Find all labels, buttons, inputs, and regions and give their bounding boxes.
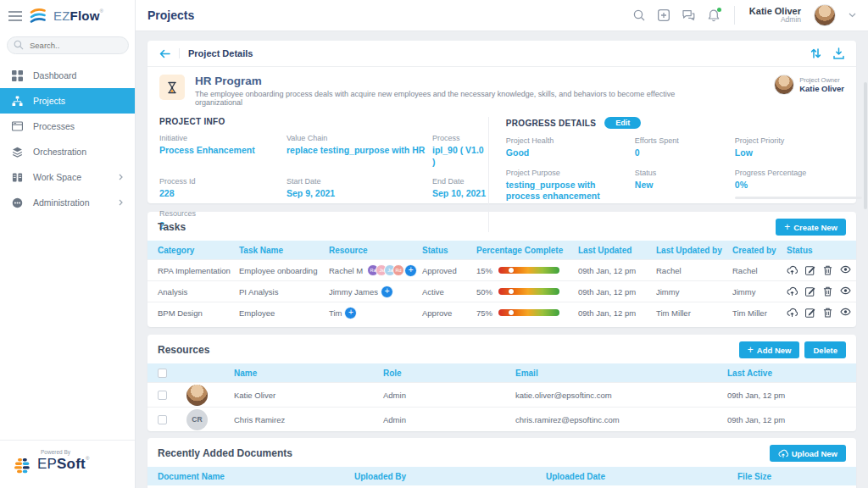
row-checkbox[interactable] [158,415,167,424]
tasks-title: Tasks [158,221,186,233]
sidebar-item-label: Processes [33,121,75,131]
resource-avatar-stack: RaJsJaRd [365,264,404,276]
sidebar: EZFlow® Dashboard Projects Processes [0,0,136,488]
select-all-checkbox[interactable] [158,369,167,378]
task-row: Analysis PI Analysis Jimmy James + Activ… [147,280,856,302]
task-resource: Jimmy James [329,287,378,297]
upload-new-button[interactable]: Upload New [770,445,846,462]
add-resource-button[interactable]: + [381,286,393,298]
cloud-upload-icon[interactable] [787,308,798,318]
resource-row: Katie Oliver Admin katie.oliver@epsoftin… [147,382,856,407]
create-new-button[interactable]: +Create New [776,219,846,236]
back-arrow-icon[interactable] [159,49,170,58]
chevron-right-icon [119,199,123,206]
delete-button[interactable]: Delete [804,341,846,358]
cloud-upload-icon [778,449,788,458]
delete-icon[interactable] [823,308,832,318]
slider-knob[interactable] [509,310,514,315]
user-avatar[interactable] [814,4,836,26]
sidebar-item-label: Dashboard [33,70,76,80]
task-resource: Tim [329,308,342,318]
resource-name: Katie Oliver [234,391,383,400]
documents-card: Recently Added Documents Upload New Docu… [147,438,856,488]
slider-knob[interactable] [509,268,514,273]
user-info: Katie Oliver Admin [749,6,801,25]
add-new-button[interactable]: +Add New [739,341,800,358]
cloud-upload-icon[interactable] [787,265,798,275]
resources-table-body: Katie Oliver Admin katie.oliver@epsoftin… [147,382,856,431]
sidebar-item-administration[interactable]: Administration [0,190,135,215]
progress-percentage-bar [735,197,862,199]
task-created-by: Jimmy [732,287,787,297]
task-last-updated-by: Tim Miller [656,308,732,318]
resource-avatar: Rd [392,264,404,276]
project-owner-label: Project Owner [799,76,844,84]
processes-window-icon [12,121,23,131]
ezflow-logo-text: EZFlow® [53,8,103,23]
percentage-slider[interactable] [498,309,559,316]
delete-icon[interactable] [823,265,832,275]
notification-dot [717,8,721,12]
notifications-bell-icon[interactable] [708,9,720,22]
resources-card: Resources +Add New Delete Name Role Emai… [147,335,856,431]
project-name: HR Program [195,75,704,87]
row-checkbox[interactable] [158,391,167,400]
task-row: RPA Implementation Employee onboarding R… [147,259,856,280]
edit-icon[interactable] [805,286,815,297]
sidebar-footer: Powered By EPSoft® [0,440,135,488]
documents-table-header: Document Name Uploaded By Uploaded Date … [147,467,856,485]
scrollbar-thumb[interactable] [864,82,867,209]
view-icon[interactable] [840,308,851,318]
edit-icon[interactable] [805,265,815,275]
resource-role: Admin [383,415,515,424]
resource-name: Chris Ramirez [234,415,383,424]
delete-icon[interactable] [823,286,832,297]
slider-knob[interactable] [509,289,514,294]
sidebar-item-projects[interactable]: Projects [0,88,135,114]
edit-icon[interactable] [805,308,815,318]
tasks-table-body: RPA Implementation Employee onboarding R… [147,259,856,323]
dashboard-grid-icon [12,70,23,81]
sidebar-item-orchestration[interactable]: Orchestration [0,139,135,164]
cloud-upload-icon[interactable] [787,286,798,297]
resource-email: katie.oliver@epsoftinc.com [515,391,727,400]
sidebar-search-input[interactable] [7,36,129,54]
orchestration-layers-icon [12,147,23,158]
percentage-slider[interactable] [498,267,559,274]
compare-sort-icon[interactable] [810,47,821,59]
hamburger-menu-icon[interactable] [8,11,22,21]
resource-avatar [186,385,208,406]
task-resource: Rachel M [329,266,363,275]
add-resource-button[interactable]: + [404,264,417,277]
top-bar: Projects Katie Oliver Admin [136,0,868,31]
sidebar-item-workspace[interactable]: Work Space [0,164,135,190]
edit-button[interactable]: Edit [604,117,641,129]
view-icon[interactable] [840,265,851,275]
add-icon[interactable] [658,9,670,21]
sidebar-item-label: Projects [33,96,65,106]
download-icon[interactable] [833,47,844,59]
task-created-by: Rachel [732,266,787,275]
project-info-section: PROJECT INFO InitiativeProcess Enhanceme… [159,117,488,232]
task-category: Analysis [158,287,239,297]
chevron-down-icon[interactable] [849,13,856,18]
project-owner-name: Katie Oliver [799,84,844,93]
sidebar-search [7,36,128,54]
sidebar-item-dashboard[interactable]: Dashboard [0,63,135,88]
sidebar-item-processes[interactable]: Processes [0,114,135,139]
view-icon[interactable] [840,286,851,297]
sidebar-menu: Dashboard Projects Processes Orchestrati… [0,63,135,215]
chat-icon[interactable] [682,9,695,21]
projects-sitemap-icon [12,96,23,107]
task-last-updated-by: Rachel [656,266,732,275]
resource-role: Admin [383,391,515,400]
percentage-slider[interactable] [498,288,559,295]
resources-table-header: Name Role Email Last Active [147,363,856,382]
page-title: Projects [147,8,194,22]
resource-last-active: 09th Jan, 12 pm [727,415,846,424]
task-row: BPM Design Employee Tim + Approve 75% 09… [147,302,856,323]
task-status: Active [422,287,476,297]
search-icon[interactable] [633,9,645,21]
documents-title: Recently Added Documents [158,447,292,459]
add-resource-button[interactable]: + [344,307,357,319]
